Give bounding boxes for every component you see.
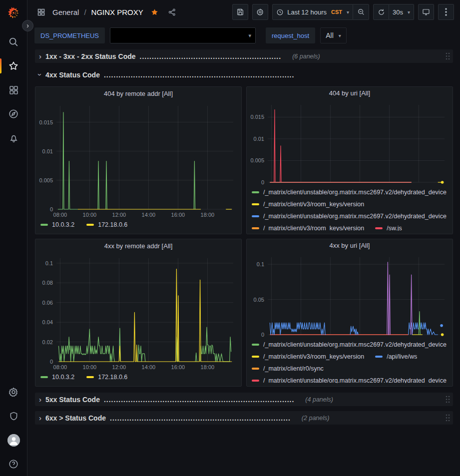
- legend-item[interactable]: 10.0.3.2: [40, 374, 74, 381]
- legend-item[interactable]: /_matrix/client/v3/room_keys/version: [252, 225, 364, 231]
- series-color-swatch: [252, 191, 259, 193]
- sidebar-expand-button[interactable]: ›: [22, 20, 33, 31]
- datasource-select[interactable]: ▾: [110, 27, 256, 43]
- request-host-value: All: [326, 31, 334, 39]
- series-label: /_matrix/client/unstable/org.matrix.msc2…: [263, 189, 447, 196]
- chevron-down-icon: ▾: [347, 9, 349, 15]
- legend-item[interactable]: /_matrix/client/unstable/org.matrix.msc2…: [252, 341, 447, 348]
- dashboard-settings-button[interactable]: [252, 4, 268, 20]
- zoom-out-time-button[interactable]: [353, 4, 369, 20]
- series-label: 10.0.3.2: [52, 374, 74, 381]
- drag-handle-icon[interactable]: [446, 396, 450, 403]
- legend-item[interactable]: /_matrix/client/unstable/org.matrix.msc2…: [252, 213, 447, 220]
- panel-title[interactable]: 4xx by uri [All]: [247, 239, 453, 252]
- legend-item[interactable]: /sw.js: [375, 225, 402, 231]
- sidebar-item-explore[interactable]: [0, 102, 27, 126]
- series-label: 172.18.0.6: [98, 221, 127, 228]
- sidebar-item-help[interactable]: [0, 452, 27, 476]
- panel-title[interactable]: 404 by uri [All]: [247, 87, 453, 100]
- datasource-variable-label[interactable]: DS_PROMETHEUS: [34, 27, 105, 43]
- series-color-swatch: [375, 356, 383, 358]
- save-dashboard-button[interactable]: [232, 4, 248, 20]
- series-label: /_matrix/client/r0/sync: [263, 365, 324, 372]
- cycle-view-mode-button[interactable]: [418, 4, 434, 20]
- row-4xx-status-code[interactable]: › 4xx Status Code ......................…: [35, 68, 453, 81]
- dashboard-title[interactable]: NGINX PROXY: [91, 8, 143, 16]
- sidebar-item-server-admin[interactable]: [0, 404, 27, 428]
- legend-item[interactable]: 172.18.0.6: [86, 221, 127, 228]
- svg-text:0.01: 0.01: [42, 148, 53, 154]
- svg-text:12:00: 12:00: [112, 212, 126, 218]
- legend-item[interactable]: 10.0.3.2: [40, 221, 74, 228]
- series-label: /_matrix/client/unstable/org.matrix.msc2…: [263, 213, 447, 220]
- sidebar-item-alerting[interactable]: [0, 126, 27, 150]
- row-title-dots: ........................................…: [104, 71, 294, 79]
- svg-text:14:00: 14:00: [142, 364, 156, 370]
- svg-text:0.02: 0.02: [42, 339, 53, 345]
- row-1xx-3xx-2xx-status-code[interactable]: › 1xx - 3xx - 2xx Status Code ..........…: [35, 49, 453, 63]
- request-host-variable-label[interactable]: request_host: [266, 27, 315, 43]
- time-range-button[interactable]: Last 12 hours CST ▾: [272, 4, 353, 20]
- sidebar-item-profile[interactable]: [0, 428, 27, 452]
- legend-item[interactable]: /_matrix/client/v3/room_keys/version: [252, 201, 364, 208]
- row-title: 6xx > Status Code: [45, 414, 106, 422]
- kebab-menu-button[interactable]: [438, 4, 454, 20]
- timeseries-chart[interactable]: 08:0010:0012:0014:0016:0018:0000.0050.01…: [35, 101, 240, 218]
- series-color-swatch: [252, 203, 259, 205]
- row-panel-count: (2 panels): [302, 415, 330, 422]
- chevron-right-icon: ›: [39, 52, 41, 60]
- svg-text:14:00: 14:00: [353, 185, 367, 186]
- drag-handle-icon[interactable]: [446, 414, 450, 422]
- refresh-interval-button[interactable]: 30s ▾: [389, 4, 414, 20]
- row-5xx-status-code[interactable]: › 5xx Status Code ......................…: [35, 393, 453, 406]
- row-title: 5xx Status Code: [45, 396, 100, 404]
- panel-title[interactable]: 404 by remote addr [All]: [35, 87, 241, 101]
- legend-item[interactable]: /_matrix/client/v3/room_keys/version: [252, 353, 364, 360]
- series-label: /api/live/ws: [387, 353, 417, 360]
- refresh-button[interactable]: [373, 4, 389, 20]
- star-filled-icon[interactable]: [148, 6, 161, 18]
- legend-item[interactable]: 172.18.0.6: [86, 374, 127, 381]
- chart-legend: 10.0.3.2172.18.0.6: [40, 219, 236, 231]
- toolbar: Last 12 hours CST ▾ 30s: [232, 4, 454, 20]
- series-label: /_matrix/client/v3/room_keys/version: [263, 225, 364, 231]
- series-color-swatch: [40, 224, 48, 226]
- breadcrumb-folder[interactable]: General: [52, 8, 79, 16]
- legend-item[interactable]: /_matrix/client/unstable/org.matrix.msc2…: [252, 189, 447, 196]
- timeseries-chart[interactable]: 08:0010:0012:0014:0016:0018:0000.0050.01…: [247, 100, 452, 186]
- sidebar-item-search[interactable]: [0, 30, 27, 54]
- apps-grid-icon[interactable]: [35, 6, 47, 18]
- timeseries-chart[interactable]: 08:0010:0012:0014:0016:0018:0000.020.040…: [35, 253, 240, 371]
- panel-4xx-by-uri: 4xx by uri [All] 08:0010:0012:0014:0016:…: [246, 239, 453, 387]
- legend-item[interactable]: /_matrix/client/r0/sync: [252, 365, 324, 372]
- request-host-select[interactable]: All ▾: [320, 27, 347, 43]
- legend-item[interactable]: /_matrix/client/unstable/org.matrix.msc2…: [252, 377, 447, 383]
- timeseries-chart[interactable]: 08:0010:0012:0014:0016:0018:0000.050.1: [247, 252, 452, 338]
- sidebar-item-configuration[interactable]: [0, 380, 27, 404]
- sidebar-item-starred[interactable]: [0, 54, 27, 78]
- series-color-swatch: [252, 344, 259, 346]
- grafana-logo[interactable]: [7, 6, 20, 20]
- refresh-interval-label: 30s: [393, 8, 403, 16]
- explore-compass-icon: [8, 108, 19, 119]
- row-6xx-status-code[interactable]: › 6xx > Status Code ....................…: [35, 411, 453, 425]
- breadcrumb: General / NGINX PROXY: [35, 6, 178, 18]
- series-color-swatch: [86, 376, 94, 378]
- panel-title[interactable]: 4xx by remote addr [All]: [35, 239, 241, 253]
- sidebar-item-dashboards[interactable]: [0, 78, 27, 102]
- chart-legend: /_matrix/client/unstable/org.matrix.msc2…: [252, 339, 448, 383]
- svg-text:0.005: 0.005: [250, 157, 264, 163]
- svg-text:0.015: 0.015: [39, 119, 53, 125]
- legend-item[interactable]: /api/live/ws: [375, 353, 417, 360]
- panel-404-by-uri: 404 by uri [All] 08:0010:0012:0014:0016:…: [246, 86, 453, 234]
- series-color-swatch: [252, 227, 259, 229]
- svg-text:18:00: 18:00: [201, 212, 215, 218]
- shield-icon: [8, 411, 19, 422]
- row-title: 4xx Status Code: [45, 71, 100, 79]
- series-label: 10.0.3.2: [52, 221, 74, 228]
- series-label: /_matrix/client/unstable/org.matrix.msc2…: [263, 341, 447, 348]
- drag-handle-icon[interactable]: [446, 52, 450, 60]
- share-icon[interactable]: [166, 6, 178, 18]
- svg-text:16:00: 16:00: [171, 212, 185, 218]
- svg-text:10:00: 10:00: [83, 364, 97, 370]
